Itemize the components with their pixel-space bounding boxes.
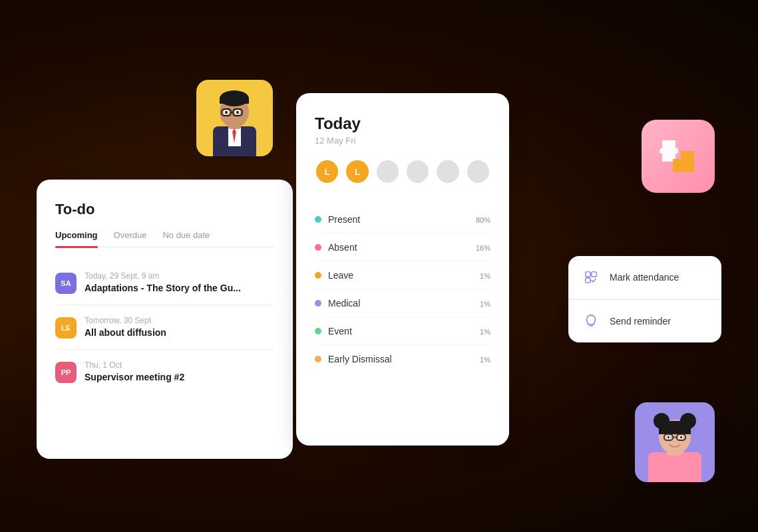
att-label-group: Early Dismissal [315, 354, 392, 364]
attendance-row: Event 1% [315, 317, 490, 345]
todo-item-content: Today, 29 Sept, 9 am Adaptations - The S… [85, 271, 241, 293]
pct-suffix: % [484, 216, 490, 224]
item-date: Thu, 1 Oct [85, 360, 184, 370]
early-dismissal-pct: 1% [480, 353, 490, 364]
todo-title: To-do [55, 201, 274, 218]
att-label-group: Absent [315, 242, 357, 253]
svg-rect-23 [659, 421, 691, 434]
tab-upcoming[interactable]: Upcoming [55, 230, 98, 247]
svg-point-13 [236, 111, 239, 114]
send-reminder-button[interactable]: Send reminder [568, 300, 721, 342]
todo-item-content: Tomorrow, 30 Sept All about diffusion [85, 316, 166, 338]
svg-rect-14 [586, 272, 590, 277]
item-title: Supervisor meeting #2 [85, 372, 184, 382]
svg-point-12 [225, 111, 228, 114]
svg-rect-6 [220, 98, 249, 104]
todo-card: To-do Upcoming Overdue No due date SA To… [37, 180, 293, 459]
early-dismissal-dot [315, 356, 321, 362]
avatar-circle-empty [466, 159, 490, 184]
medical-label: Medical [328, 298, 360, 309]
present-dot [315, 216, 321, 223]
avatar-circle-empty [375, 159, 400, 184]
svg-point-29 [667, 436, 669, 439]
event-pct: 1% [480, 325, 490, 336]
attendance-row: Early Dismissal 1% [315, 345, 490, 372]
attendance-row: Leave 1% [315, 261, 490, 289]
event-label: Event [328, 326, 352, 336]
mark-attendance-button[interactable]: Mark attendance [568, 256, 721, 299]
present-label: Present [328, 214, 360, 225]
scene: To-do Upcoming Overdue No due date SA To… [0, 0, 758, 532]
pct-suffix: % [484, 244, 490, 252]
absent-label: Absent [328, 242, 357, 253]
att-label-group: Present [315, 214, 360, 225]
puzzle-icon [657, 135, 699, 178]
svg-point-30 [680, 436, 682, 439]
absent-dot [315, 244, 321, 251]
attendance-row: Present 80% [315, 205, 490, 233]
today-card: Today 12 May Fri L L Present 80% [296, 93, 509, 446]
att-label-group: Medical [315, 298, 360, 309]
todo-items-list: SA Today, 29 Sept, 9 am Adaptations - Th… [55, 261, 274, 394]
absent-pct: 16% [476, 241, 490, 253]
pct-suffix: % [484, 272, 490, 280]
svg-rect-16 [586, 278, 590, 283]
attendance-row: Medical 1% [315, 289, 490, 317]
item-title: Adaptations - The Story of the Gu... [85, 283, 241, 293]
att-label-group: Leave [315, 270, 353, 281]
todo-item: PP Thu, 1 Oct Supervisor meeting #2 [55, 350, 274, 394]
item-date: Today, 29 Sept, 9 am [85, 271, 241, 281]
mark-attendance-label: Mark attendance [610, 272, 679, 283]
early-dismissal-label: Early Dismissal [328, 354, 392, 364]
app-icon-card[interactable] [642, 120, 715, 193]
today-date: 12 May Fri [315, 136, 490, 146]
tab-overdue[interactable]: Overdue [114, 230, 147, 247]
svg-rect-15 [592, 272, 596, 277]
leave-dot [315, 272, 321, 279]
todo-item: SA Today, 29 Sept, 9 am Adaptations - Th… [55, 261, 274, 305]
svg-point-17 [590, 315, 592, 316]
medical-dot [315, 300, 321, 307]
attendance-list: Present 80% Absent 16% Leave 1% [315, 205, 490, 372]
medical-pct: 1% [480, 297, 490, 309]
item-badge: SA [55, 273, 77, 294]
attendance-row: Absent 16% [315, 233, 490, 261]
send-reminder-label: Send reminder [610, 316, 671, 327]
pct-suffix: % [484, 328, 490, 336]
item-title: All about diffusion [85, 327, 166, 338]
leave-pct: 1% [480, 269, 490, 281]
svg-rect-18 [648, 452, 701, 482]
avatar-circle-empty [405, 159, 430, 184]
event-dot [315, 328, 321, 334]
avatar-circle: L [345, 159, 369, 184]
item-date: Tomorrow, 30 Sept [85, 316, 166, 325]
att-label-group: Event [315, 326, 352, 336]
person-photo-card [635, 402, 715, 482]
leave-label: Leave [328, 270, 353, 281]
send-reminder-icon [584, 314, 598, 329]
student-avatar [196, 80, 273, 156]
todo-tabs: Upcoming Overdue No due date [55, 230, 274, 247]
pct-suffix: % [484, 356, 490, 364]
today-heading: Today [315, 114, 490, 133]
todo-item-content: Thu, 1 Oct Supervisor meeting #2 [85, 360, 184, 382]
present-pct: 80% [476, 213, 490, 225]
mark-attendance-icon [584, 270, 598, 285]
todo-item: LE Tomorrow, 30 Sept All about diffusion [55, 305, 274, 350]
mark-attendance-icon-wrap [580, 267, 602, 288]
avatar-row: L L [315, 159, 490, 184]
avatar-circle: L [315, 159, 339, 184]
item-badge: LE [55, 317, 77, 338]
send-reminder-icon-wrap [580, 311, 602, 332]
avatar-circle-empty [435, 159, 460, 184]
student-photo-card [196, 80, 273, 156]
person-avatar [635, 402, 715, 482]
item-badge: PP [55, 362, 77, 383]
action-card: Mark attendance Send reminder [568, 256, 721, 342]
pct-suffix: % [484, 300, 490, 308]
tab-no-due-date[interactable]: No due date [162, 230, 210, 247]
